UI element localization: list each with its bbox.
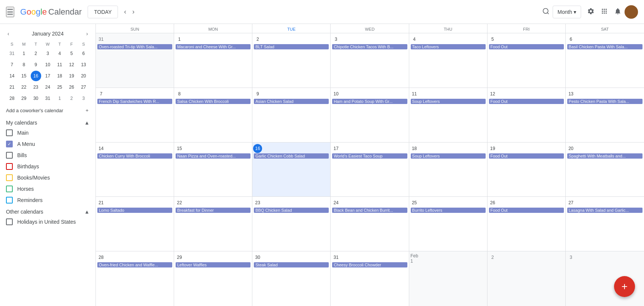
cal-cell-jan31[interactable]: 31 Cheesy Broccoli Chowder xyxy=(331,251,409,306)
settings-button[interactable] xyxy=(584,4,598,19)
cal-cell-feb2[interactable]: 2 xyxy=(487,251,566,306)
calendar-item-holidays[interactable]: Holidays in United States xyxy=(0,216,95,227)
cal-cell-jan17[interactable]: 17 World's Easiest Taco Soup xyxy=(331,143,409,197)
cal-cell-jan14[interactable]: 14 Chicken Curry With Broccoli xyxy=(96,143,174,197)
calendar-event[interactable]: Spaghetti With Meatballs and... xyxy=(567,153,643,159)
calendar-event[interactable]: Naan Pizza and Oven-roasted... xyxy=(176,153,250,159)
cal-cell-jan23[interactable]: 23 BBQ Chicken Salad xyxy=(252,197,331,251)
mini-cal-day[interactable]: 4 xyxy=(54,48,65,59)
cal-cell-jan16-today[interactable]: 16 Garlic Chicken Cobb Salad xyxy=(252,143,331,197)
calendar-event[interactable]: Chipotle Chicken Tacos With B... xyxy=(332,44,407,49)
cal-cell-jan20[interactable]: 20 Spaghetti With Meatballs and... xyxy=(566,143,644,197)
calendar-event[interactable]: Food Out xyxy=(489,153,564,159)
mini-cal-day[interactable]: 11 xyxy=(54,59,65,70)
next-arrow[interactable]: › xyxy=(129,6,137,18)
cal-cell-jan11[interactable]: 11 Soup Leftovers xyxy=(409,88,487,142)
calendar-event[interactable]: Food Out xyxy=(489,208,564,213)
other-calendars-toggle[interactable]: ▲ xyxy=(84,209,89,215)
cal-cell-jan7[interactable]: 7 French Dip Sandwiches With R... xyxy=(96,88,174,142)
calendar-event[interactable]: Oven-roasted Tri-tip With Sala... xyxy=(97,44,172,49)
calendar-item-bills[interactable]: Bills xyxy=(0,150,95,161)
mini-cal-day[interactable]: 14 xyxy=(7,71,17,81)
mini-cal-day[interactable]: 5 xyxy=(66,48,77,59)
mini-cal-day[interactable]: 2 xyxy=(66,93,77,104)
calendar-event[interactable]: Leftover Waffles xyxy=(176,262,250,267)
calendar-event[interactable]: Food Out xyxy=(489,44,564,49)
calendar-event[interactable]: BLT Salad xyxy=(254,44,329,49)
calendar-checkbox-books[interactable] xyxy=(6,174,13,181)
calendar-event[interactable]: Food Out xyxy=(489,99,564,104)
my-calendars-title[interactable]: My calendars xyxy=(6,120,37,126)
calendar-event[interactable]: Breakfast for Dinner xyxy=(176,208,250,213)
calendar-item-amenu[interactable]: ✓ A Menu xyxy=(0,138,95,150)
cal-cell-jan30[interactable]: 30 Steak Salad xyxy=(252,251,331,306)
mini-cal-day[interactable]: 22 xyxy=(19,82,29,92)
notifications-button[interactable] xyxy=(611,4,625,19)
calendar-event[interactable]: Asian Chicken Salad xyxy=(254,99,329,104)
mini-cal-day[interactable]: 26 xyxy=(66,82,77,92)
calendar-event[interactable]: Pesto Chicken Pasta With Sala... xyxy=(567,99,643,104)
search-button[interactable] xyxy=(539,4,553,19)
calendar-event[interactable]: Garlic Chicken Cobb Salad xyxy=(254,153,329,159)
cal-cell-jan26[interactable]: 26 Food Out xyxy=(487,197,566,251)
cal-cell-jan19[interactable]: 19 Food Out xyxy=(487,143,566,197)
mini-cal-day[interactable]: 6 xyxy=(78,48,89,59)
calendar-event[interactable]: Salsa Chicken With Broccoli xyxy=(176,99,250,104)
cal-cell-feb3[interactable]: 3 xyxy=(566,251,644,306)
cal-cell-jan18[interactable]: 18 Soup Leftovers xyxy=(409,143,487,197)
calendar-event[interactable]: BBQ Chicken Salad xyxy=(254,208,329,213)
mini-cal-day[interactable]: 18 xyxy=(54,71,65,81)
calendar-event[interactable]: Soup Leftovers xyxy=(411,99,486,104)
cal-cell-jan12[interactable]: 12 Food Out xyxy=(487,88,566,142)
cal-cell-jan25[interactable]: 25 Burrito Leftovers xyxy=(409,197,487,251)
calendar-checkbox-horses[interactable] xyxy=(6,186,13,192)
mini-cal-day[interactable]: 1 xyxy=(19,48,29,59)
cal-cell-jan8[interactable]: 8 Salsa Chicken With Broccoli xyxy=(174,88,252,142)
mini-cal-day[interactable]: 9 xyxy=(31,59,41,70)
calendar-event[interactable]: Steak Salad xyxy=(254,262,329,267)
mini-cal-day[interactable]: 13 xyxy=(78,59,89,70)
mini-cal-day[interactable]: 29 xyxy=(19,93,29,104)
mini-cal-day[interactable]: 15 xyxy=(19,71,29,81)
cal-cell-jan9[interactable]: 9 Asian Chicken Salad xyxy=(252,88,331,142)
cal-cell-jan21[interactable]: 21 Lomo Saltado xyxy=(96,197,174,251)
mini-cal-day[interactable]: 12 xyxy=(66,59,77,70)
create-event-fab[interactable]: + xyxy=(614,276,635,297)
mini-cal-prev[interactable]: ‹ xyxy=(6,30,11,37)
mini-cal-day[interactable]: 24 xyxy=(42,82,53,92)
today-button[interactable]: TODAY xyxy=(88,6,118,18)
cal-cell-jan1[interactable]: 1 Macaroni and Cheese With Gr... xyxy=(174,33,252,88)
mini-cal-day[interactable]: 3 xyxy=(78,93,89,104)
calendar-checkbox-main[interactable] xyxy=(6,129,13,136)
mini-cal-day[interactable]: 17 xyxy=(42,71,53,81)
calendar-event[interactable]: Lasagna With Salad and Garlic... xyxy=(567,208,643,213)
mini-cal-day[interactable]: 25 xyxy=(54,82,65,92)
mini-cal-today[interactable]: 16 xyxy=(31,71,41,81)
calendar-event[interactable]: Ham and Potato Soup With Gr... xyxy=(332,99,407,104)
mini-cal-day[interactable]: 2 xyxy=(31,48,41,59)
cal-cell-jan24[interactable]: 24 Black Bean and Chicken Burrit... xyxy=(331,197,409,251)
calendar-checkbox-bills[interactable] xyxy=(6,152,13,159)
cal-cell-jan2[interactable]: 2 BLT Salad xyxy=(252,33,331,88)
calendar-event[interactable]: World's Easiest Taco Soup xyxy=(332,153,407,159)
calendar-item-main[interactable]: Main xyxy=(0,127,95,138)
calendar-item-birthdays[interactable]: Birthdays xyxy=(0,161,95,172)
calendar-item-reminders[interactable]: Reminders xyxy=(0,195,95,206)
calendar-item-horses[interactable]: Horses xyxy=(0,183,95,195)
cal-cell-jan6[interactable]: 6 Basil Chicken Pasta With Sala... xyxy=(566,33,644,88)
calendar-event[interactable]: Soup Leftovers xyxy=(411,153,486,159)
cal-cell-jan28[interactable]: 28 Oven-fried Chicken and Waffle... xyxy=(96,251,174,306)
calendar-event[interactable]: Taco Leftovers xyxy=(411,44,486,49)
calendar-event[interactable]: Black Bean and Chicken Burrit... xyxy=(332,208,407,213)
mini-cal-day[interactable]: 30 xyxy=(31,93,41,104)
mini-cal-day[interactable]: 31 xyxy=(7,48,17,59)
my-calendars-toggle[interactable]: ▲ xyxy=(84,120,89,126)
hamburger-menu[interactable]: ☰ xyxy=(6,7,14,17)
cal-cell-jan15[interactable]: 15 Naan Pizza and Oven-roasted... xyxy=(174,143,252,197)
apps-button[interactable] xyxy=(598,4,611,19)
mini-cal-day[interactable]: 23 xyxy=(31,82,41,92)
cal-cell-jan22[interactable]: 22 Breakfast for Dinner xyxy=(174,197,252,251)
mini-cal-day[interactable]: 20 xyxy=(78,71,89,81)
cal-cell-jan29[interactable]: 29 Leftover Waffles xyxy=(174,251,252,306)
calendar-event[interactable]: Oven-fried Chicken and Waffle... xyxy=(97,262,172,267)
